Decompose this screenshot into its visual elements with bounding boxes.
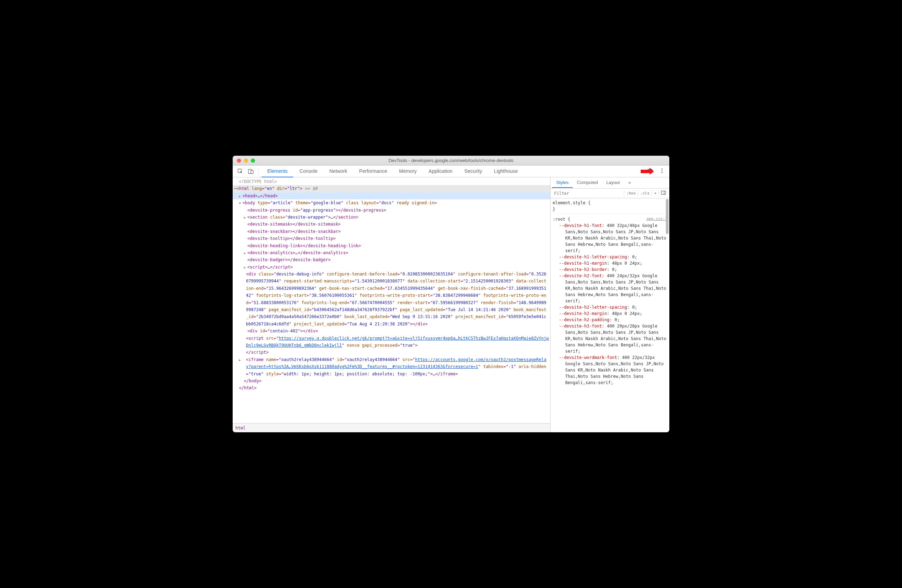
elements-panel: <!DOCTYPE html> ⋯<html lang="en" dir="lt…	[233, 177, 551, 432]
styles-filter-input[interactable]	[552, 189, 624, 197]
source-link[interactable]: app.css:1	[646, 216, 667, 222]
css-property[interactable]: --devsite-h1-margin: 48px 0 24px;	[559, 260, 667, 266]
panel-tabs: Elements Console Network Performance Mem…	[262, 166, 645, 177]
dom-body-element[interactable]: ▼<body type="article" theme="google-blue…	[233, 199, 550, 206]
scrollbar[interactable]	[666, 199, 669, 234]
styles-tab-layout[interactable]: Layout	[602, 178, 624, 188]
svg-rect-3	[641, 170, 650, 173]
css-property[interactable]: --devsite-h2-font: 400 24px/32px Google …	[559, 273, 667, 304]
css-property[interactable]: --devsite-h2-margin: 48px 0 24px;	[559, 310, 667, 317]
main-toolbar: Elements Console Network Performance Mem…	[233, 166, 669, 177]
dom-iframe[interactable]: ▶<iframe name="oauth2relay438944664" id=…	[233, 356, 550, 377]
close-window-button[interactable]	[237, 158, 241, 163]
new-rule-icon[interactable]: +	[651, 190, 659, 196]
styles-tab-computed[interactable]: Computed	[573, 178, 602, 188]
css-property[interactable]: --devsite-h1-font: 400 32px/40px Google …	[559, 222, 667, 254]
tab-memory[interactable]: Memory	[393, 166, 422, 177]
dom-debug-div[interactable]: <div class="devsite-debug-info" configur…	[233, 271, 550, 327]
tab-application[interactable]: Application	[423, 166, 458, 177]
toggle-sidebar-icon[interactable]	[659, 190, 668, 197]
annotation-arrow	[641, 166, 654, 178]
window-title: DevTools - developers.google.com/web/too…	[233, 158, 669, 163]
svg-point-6	[662, 172, 663, 173]
dom-section[interactable]: ▶<section class="devsite-wrapper">…</sec…	[233, 214, 550, 220]
traffic-lights	[233, 158, 255, 163]
styles-tabs: Styles Computed Layout »	[551, 177, 669, 189]
dom-script1[interactable]: ▶<script>…</script>	[233, 264, 550, 271]
dom-analytics[interactable]: ▶<devsite-analytics>…</devsite-analytics…	[233, 249, 550, 256]
svg-point-4	[662, 168, 663, 169]
inspect-element-icon[interactable]	[235, 167, 245, 176]
css-property[interactable]: --devsite-wordmark-font: 400 22px/32px G…	[559, 354, 667, 386]
device-toolbar-icon[interactable]	[246, 167, 256, 176]
maximize-window-button[interactable]	[251, 158, 255, 163]
titlebar: DevTools - developers.google.com/web/too…	[233, 156, 669, 166]
svg-rect-7	[661, 191, 666, 194]
css-property[interactable]: --devsite-h1-letter-spacing: 0;	[559, 254, 667, 260]
dom-doctype[interactable]: <!DOCTYPE html>	[233, 178, 550, 185]
breadcrumb-item[interactable]: html	[235, 425, 246, 430]
css-property[interactable]: --devsite-h2-border: 0;	[559, 266, 667, 273]
dom-html-close[interactable]: </html>	[233, 385, 550, 391]
dom-sitemask[interactable]: <devsite-sitemask></devsite-sitemask>	[233, 220, 550, 228]
css-property[interactable]: --devsite-h2-letter-spacing: 0;	[559, 304, 667, 310]
devtools-window: DevTools - developers.google.com/web/too…	[233, 156, 669, 432]
tab-network[interactable]: Network	[324, 166, 353, 177]
dom-progress[interactable]: <devsite-progress id="app-progress"></de…	[233, 207, 550, 214]
tab-performance[interactable]: Performance	[354, 166, 393, 177]
hov-toggle[interactable]: :hov	[624, 190, 638, 196]
dom-body-close[interactable]: </body>	[233, 377, 550, 385]
dom-heading-link[interactable]: <devsite-heading-link></devsite-heading-…	[233, 242, 550, 249]
styles-toolbar: :hov .cls +	[551, 189, 669, 198]
css-property[interactable]: --devsite-h3-font: 400 20px/28px Google …	[559, 323, 667, 354]
more-menu-icon[interactable]	[658, 166, 667, 177]
dom-contain-div[interactable]: <div id="contain-402"></div>	[233, 327, 550, 335]
svg-rect-2	[251, 170, 253, 174]
minimize-window-button[interactable]	[244, 158, 248, 163]
dom-tree[interactable]: <!DOCTYPE html> ⋯<html lang="en" dir="lt…	[233, 177, 550, 423]
styles-rules[interactable]: element.style { } app.css:1:root { --dev…	[551, 198, 669, 432]
breadcrumb-bar[interactable]: html	[233, 423, 550, 432]
dom-script-survey[interactable]: <script src="https://survey.g.doubleclic…	[233, 335, 550, 356]
cls-toggle[interactable]: .cls	[638, 190, 652, 196]
tab-console[interactable]: Console	[294, 166, 323, 177]
styles-panel: Styles Computed Layout » :hov .cls + ele…	[551, 177, 669, 432]
dom-html-element[interactable]: ⋯<html lang="en" dir="ltr"> == $0	[233, 185, 550, 192]
dom-snackbar[interactable]: <devsite-snackbar></devsite-snackbar>	[233, 228, 550, 235]
dom-tooltip[interactable]: <devsite-tooltip></devsite-tooltip>	[233, 235, 550, 242]
svg-point-5	[662, 170, 663, 171]
styles-tab-styles[interactable]: Styles	[552, 178, 573, 188]
element-style-rule[interactable]: element.style { }	[553, 200, 667, 214]
dom-badger[interactable]: <devsite-badger></devsite-badger>	[233, 256, 550, 263]
css-property[interactable]: --devsite-h2-padding: 0;	[559, 317, 667, 323]
root-rule[interactable]: app.css:1:root { --devsite-h1-font: 400 …	[553, 216, 667, 387]
dom-head-element[interactable]: ▶<head>…</head>	[233, 192, 550, 199]
tab-elements[interactable]: Elements	[262, 166, 293, 177]
tab-security[interactable]: Security	[459, 166, 488, 177]
styles-tab-more-icon[interactable]: »	[624, 178, 635, 188]
tab-lighthouse[interactable]: Lighthouse	[489, 166, 524, 177]
main-panels: <!DOCTYPE html> ⋯<html lang="en" dir="lt…	[233, 177, 669, 432]
